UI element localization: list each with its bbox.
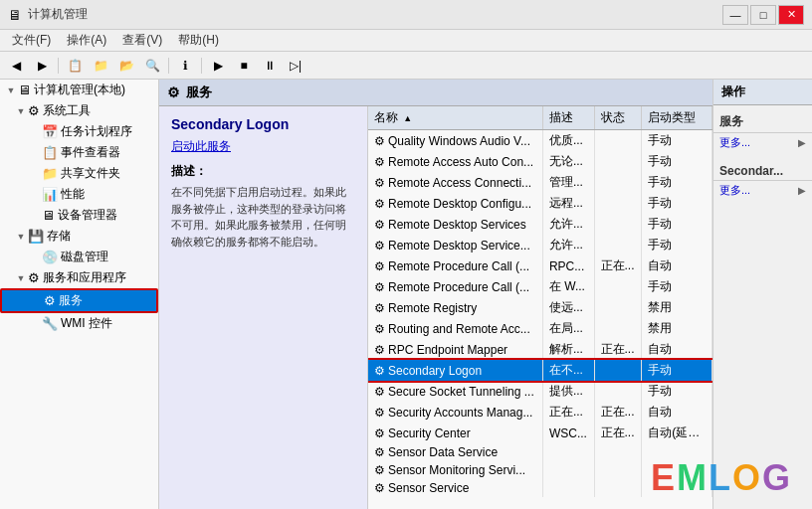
menu-action[interactable]: 操作(A) — [59, 30, 114, 51]
sidebar-item-device-manager[interactable]: 🖥 设备管理器 — [0, 205, 158, 226]
service-desc-cell: 提供... — [542, 381, 594, 402]
service-desc-cell: 在局... — [542, 318, 594, 339]
service-status-cell — [594, 151, 642, 172]
sidebar-item-services[interactable]: ⚙ 服务 — [0, 288, 158, 313]
col-header-startup[interactable]: 启动类型 — [642, 106, 712, 130]
sidebar-item-shared-folders[interactable]: 📁 共享文件夹 — [0, 163, 158, 184]
maximize-button[interactable]: □ — [750, 5, 776, 25]
service-row-icon: ⚙ — [374, 239, 385, 253]
sidebar-item-services-apps[interactable]: ▼ ⚙ 服务和应用程序 — [0, 267, 158, 288]
toolbar-btn2[interactable]: 📁 — [89, 55, 112, 77]
service-desc-cell: 管理... — [542, 172, 594, 193]
toolbar-stop[interactable]: ■ — [232, 55, 256, 77]
toolbar-step[interactable]: ▷| — [284, 55, 307, 77]
table-row[interactable]: ⚙Remote Desktop Service...允许...手动 — [368, 235, 712, 255]
service-status-cell — [594, 235, 642, 255]
table-row[interactable]: ⚙Remote Procedure Call (...RPC...正在...自动 — [368, 255, 712, 276]
svc-icon: ⚙ — [44, 293, 56, 308]
service-desc-cell: 优质... — [542, 130, 594, 152]
service-name-cell: ⚙Security Accounts Manag... — [368, 402, 542, 423]
service-desc-label: 描述： — [171, 163, 355, 180]
col-header-name[interactable]: 名称 ▲ — [368, 106, 542, 130]
minimize-button[interactable]: — — [722, 5, 748, 25]
table-row[interactable]: ⚙Remote Procedure Call (...在 W...手动 — [368, 276, 712, 297]
sidebar-item-event-viewer[interactable]: 📋 事件查看器 — [0, 142, 158, 163]
service-startup-cell: 手动 — [642, 172, 712, 193]
service-row-icon: ⚙ — [374, 364, 385, 378]
toolbar-separator-3 — [201, 58, 202, 74]
col-header-desc[interactable]: 描述 — [542, 106, 594, 130]
table-row[interactable]: ⚙Sensor Service — [368, 479, 712, 497]
right-panel-item-more-2[interactable]: 更多... ▶ — [713, 181, 812, 200]
close-button[interactable]: ✕ — [778, 5, 804, 25]
service-name-cell: ⚙Remote Desktop Services — [368, 214, 542, 235]
right-panel-section-title-2: Secondar... — [713, 160, 812, 181]
sidebar-item-disk[interactable]: 💿 磁盘管理 — [0, 247, 158, 267]
toolbar-btn1[interactable]: 📋 — [63, 55, 87, 77]
right-panel-section-1: 服务 更多... ▶ — [713, 105, 812, 156]
right-panel-item-more-1[interactable]: 更多... ▶ — [713, 133, 812, 152]
sidebar-item-storage[interactable]: ▼ 💾 存储 — [0, 226, 158, 247]
menu-bar: 文件(F) 操作(A) 查看(V) 帮助(H) — [0, 30, 812, 52]
table-row[interactable]: ⚙Secondary Logon在不...手动 — [368, 360, 712, 381]
table-row[interactable]: ⚙Quality Windows Audio V...优质...手动 — [368, 130, 712, 152]
table-row[interactable]: ⚙Remote Desktop Configu...远程...手动 — [368, 193, 712, 214]
service-name-cell: ⚙Remote Registry — [368, 297, 542, 318]
toolbar-forward[interactable]: ▶ — [30, 55, 54, 77]
right-panel: 操作 服务 更多... ▶ Secondar... 更多... ▶ — [712, 80, 812, 509]
table-row[interactable]: ⚙Secure Socket Tunneling ...提供...手动 — [368, 381, 712, 402]
toolbar-pause[interactable]: ⏸ — [258, 55, 282, 77]
menu-view[interactable]: 查看(V) — [114, 30, 170, 51]
expand-storage: ▼ — [14, 232, 28, 242]
service-desc-cell: 解析... — [542, 339, 594, 360]
service-name-cell: ⚙Remote Access Connecti... — [368, 172, 542, 193]
sidebar-item-label-root: 计算机管理(本地) — [34, 82, 125, 98]
table-row[interactable]: ⚙Remote Registry使远...禁用 — [368, 297, 712, 318]
service-desc-cell: 远程... — [542, 193, 594, 214]
menu-help[interactable]: 帮助(H) — [170, 30, 227, 51]
menu-file[interactable]: 文件(F) — [4, 30, 59, 51]
service-name-cell: ⚙Secondary Logon — [368, 360, 542, 381]
table-row[interactable]: ⚙Security CenterWSC...正在...自动(延迟... — [368, 423, 712, 443]
service-name-cell: ⚙Quality Windows Audio V... — [368, 130, 542, 152]
disk-icon: 💿 — [42, 250, 58, 264]
service-desc-cell: 无论... — [542, 151, 594, 172]
service-startup-cell — [642, 461, 712, 479]
service-startup-cell — [642, 443, 712, 461]
toolbar-btn4[interactable]: 🔍 — [140, 55, 164, 77]
toolbar-play[interactable]: ▶ — [206, 55, 230, 77]
table-row[interactable]: ⚙Sensor Monitoring Servi... — [368, 461, 712, 479]
table-row[interactable]: ⚙Remote Access Connecti...管理...手动 — [368, 172, 712, 193]
toolbar-btn5[interactable]: ℹ — [173, 55, 197, 77]
service-status-cell — [594, 276, 642, 297]
sidebar-item-wmi[interactable]: 🔧 WMI 控件 — [0, 313, 158, 334]
service-status-cell: 正在... — [594, 255, 642, 276]
table-row[interactable]: ⚙Sensor Data Service — [368, 443, 712, 461]
event-icon: 📋 — [42, 145, 58, 160]
sidebar-item-task-scheduler[interactable]: 📅 任务计划程序 — [0, 121, 158, 142]
table-row[interactable]: ⚙Remote Access Auto Con...无论...手动 — [368, 151, 712, 172]
service-row-icon: ⚙ — [374, 176, 385, 190]
root-icon: 🖥 — [18, 83, 31, 97]
table-row[interactable]: ⚙Security Accounts Manag...正在...正在...自动 — [368, 402, 712, 423]
sidebar-item-root[interactable]: ▼ 🖥 计算机管理(本地) — [0, 80, 158, 100]
table-row[interactable]: ⚙RPC Endpoint Mapper解析...正在...自动 — [368, 339, 712, 360]
table-row[interactable]: ⚙Routing and Remote Acc...在局...禁用 — [368, 318, 712, 339]
service-status-cell — [594, 193, 642, 214]
service-start-link[interactable]: 启动此服务 — [171, 138, 355, 155]
content-area: Secondary Logon 启动此服务 描述： 在不同凭据下启用启动过程。如… — [159, 106, 712, 509]
system-tools-icon: ⚙ — [28, 103, 40, 118]
col-header-status[interactable]: 状态 — [594, 106, 642, 130]
services-header-title: 服务 — [186, 84, 212, 101]
toolbar-back[interactable]: ◀ — [4, 55, 28, 77]
toolbar-btn3[interactable]: 📂 — [114, 55, 138, 77]
service-desc-cell: 在 W... — [542, 276, 594, 297]
expand-svcapp: ▼ — [14, 273, 28, 283]
sidebar-item-system-tools[interactable]: ▼ ⚙ 系统工具 — [0, 100, 158, 121]
sidebar-item-label-shared: 共享文件夹 — [61, 165, 120, 182]
table-row[interactable]: ⚙Remote Desktop Services允许...手动 — [368, 214, 712, 235]
sidebar-item-label-storage: 存储 — [47, 228, 71, 245]
sidebar-item-performance[interactable]: 📊 性能 — [0, 184, 158, 205]
service-row-icon: ⚙ — [374, 259, 385, 273]
service-startup-cell: 自动 — [642, 339, 712, 360]
